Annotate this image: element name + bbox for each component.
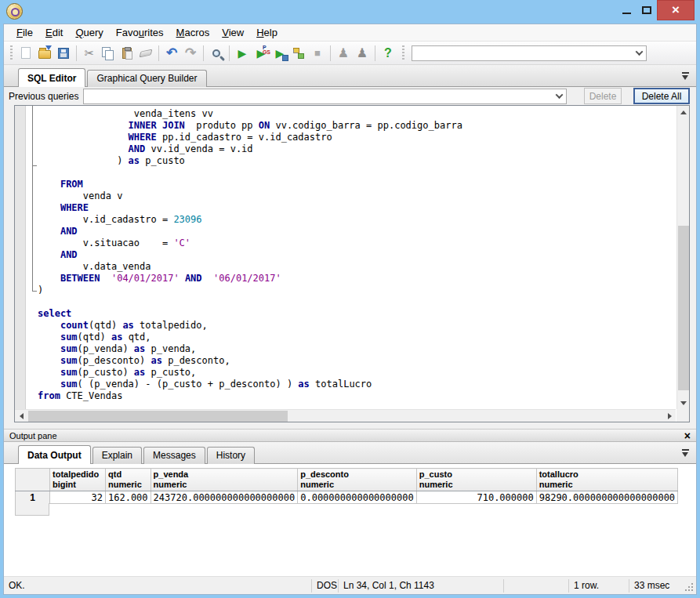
vscroll-thumb[interactable] — [678, 226, 689, 390]
clear-window-icon[interactable] — [136, 44, 155, 63]
cell-p_custo[interactable]: 710.000000 — [416, 491, 536, 504]
toolbar-separator — [229, 45, 230, 61]
code-line: sum(p_custo) as p_custo, — [38, 367, 462, 379]
delete-button[interactable]: Delete — [584, 88, 622, 104]
menu-file[interactable]: File — [10, 25, 39, 40]
scroll-right-button[interactable] — [663, 410, 676, 422]
fold-line — [32, 106, 33, 292]
status-segment-3 — [503, 579, 568, 593]
menu-help[interactable]: Help — [250, 25, 284, 40]
delete-all-button[interactable]: Delete All — [633, 88, 690, 104]
editor-vscrollbar[interactable] — [676, 106, 689, 409]
tab-list-icon[interactable] — [681, 72, 690, 81]
open-file-icon[interactable] — [35, 44, 54, 63]
redo-icon[interactable]: ↷ — [181, 44, 200, 63]
column-header-totallucro[interactable]: totallucronumeric — [536, 469, 677, 491]
toolbar-grip[interactable] — [8, 45, 14, 61]
column-header-p_venda[interactable]: p_vendanumeric — [151, 469, 298, 491]
status-bar: OK.DOSLn 34, Col 1, Ch 11431 row.33 msec — [4, 576, 696, 594]
cell-qtd[interactable]: 162.000 — [106, 491, 151, 504]
status-segment-1: DOS — [311, 579, 338, 593]
title-bar[interactable]: × — [0, 0, 700, 24]
chevron-down-icon — [636, 48, 644, 56]
cancel-query-icon[interactable]: ■ — [308, 44, 327, 63]
copy-icon[interactable] — [99, 44, 118, 63]
row-number[interactable]: 1 — [16, 491, 50, 504]
tab-messages[interactable]: Messages — [143, 447, 205, 464]
code-line: INNER JOIN produto pp ON vv.codigo_barra… — [38, 120, 462, 132]
editor-hscrollbar[interactable] — [15, 409, 676, 422]
sql-code[interactable]: venda_itens vv INNER JOIN produto pp ON … — [38, 108, 462, 402]
connection-combobox-arrow[interactable] — [633, 46, 646, 60]
scrollbar-corner — [676, 409, 689, 422]
tab-sql-editor[interactable]: SQL Editor — [18, 68, 85, 87]
paste-icon[interactable] — [118, 44, 136, 63]
code-line: AND — [38, 226, 462, 237]
menu-edit[interactable]: Edit — [39, 25, 69, 40]
result-grid[interactable]: totalpedidobigintqtdnumericp_vendanumeri… — [15, 468, 678, 504]
arrow-up-icon — [680, 111, 687, 114]
cell-totalpedido[interactable]: 32 — [50, 491, 106, 504]
arrow-down-icon — [680, 401, 687, 405]
cut-icon[interactable]: ✂ — [80, 44, 99, 63]
column-header-p_desconto[interactable]: p_descontonumeric — [298, 469, 417, 491]
code-line: sum(p_desconto) as p_desconto, — [38, 355, 462, 367]
code-line — [38, 296, 462, 308]
output-pane-title: Output pane — [9, 431, 684, 440]
arrow-right-icon — [668, 413, 672, 419]
tab-explain[interactable]: Explain — [92, 447, 142, 464]
code-line: venda_itens vv — [38, 108, 462, 120]
tab-list-icon[interactable] — [681, 449, 690, 458]
table-row: 132162.000243720.0000000000000000000.000… — [16, 491, 678, 504]
resize-grip[interactable] — [685, 583, 695, 593]
code-line: BETWEEN '04/01/2017' AND '06/01/2017' — [38, 273, 462, 285]
editor-margin[interactable] — [15, 106, 26, 409]
sql-editor[interactable]: venda_itens vv INNER JOIN produto pp ON … — [14, 105, 690, 422]
toolbar-grip[interactable] — [400, 45, 406, 61]
code-line: AND — [38, 249, 462, 261]
menu-macros[interactable]: Macros — [170, 25, 216, 40]
tab-graphical-query-builder[interactable]: Graphical Query Builder — [87, 70, 206, 87]
pawn-dark-icon[interactable]: ♟ — [353, 44, 372, 63]
scroll-left-button[interactable] — [15, 410, 27, 422]
explain-query-icon[interactable] — [289, 44, 308, 63]
chevron-down-icon — [556, 91, 564, 99]
column-header-qtd[interactable]: qtdnumeric — [106, 469, 151, 491]
output-pane-close-button[interactable]: × — [684, 430, 691, 441]
menu-query[interactable]: Query — [69, 25, 109, 40]
close-button[interactable]: × — [657, 0, 695, 20]
undo-icon[interactable]: ↶ — [162, 44, 181, 63]
data-output-panel: totalpedidobigintqtdnumericp_vendanumeri… — [4, 464, 696, 576]
column-header-totalpedido[interactable]: totalpedidobigint — [50, 469, 106, 491]
previous-queries-combobox-arrow[interactable] — [553, 89, 566, 103]
status-segment-0: OK. — [4, 579, 311, 593]
execute-to-file-icon[interactable]: ▶ — [270, 44, 289, 63]
hscroll-thumb[interactable] — [28, 411, 288, 422]
tab-history[interactable]: History — [207, 447, 255, 464]
app-icon — [6, 3, 23, 20]
rownum-header[interactable] — [16, 469, 50, 491]
execute-query-icon[interactable]: ▶ — [233, 44, 252, 63]
find-replace-icon[interactable] — [207, 44, 226, 63]
new-file-icon[interactable] — [16, 44, 35, 63]
minimize-button[interactable] — [616, 0, 637, 20]
maximize-button[interactable] — [637, 0, 657, 20]
cell-totallucro[interactable]: 98290.000000000000000000 — [536, 491, 677, 504]
help-icon[interactable]: ? — [379, 44, 397, 63]
execute-pgscript-icon[interactable]: ▶PGS — [252, 44, 270, 63]
code-line: count(qtd) as totalpedido, — [38, 320, 462, 332]
previous-queries-combobox[interactable] — [83, 89, 567, 104]
column-header-p_custo[interactable]: p_custonumeric — [416, 469, 536, 491]
scroll-down-button[interactable] — [677, 397, 690, 409]
save-file-icon[interactable] — [54, 44, 73, 63]
menu-view[interactable]: View — [216, 25, 250, 40]
tab-data-output[interactable]: Data Output — [18, 445, 91, 464]
menu-favourites[interactable]: Favourites — [110, 25, 170, 40]
sql-tab-strip: SQL EditorGraphical Query Builder — [4, 65, 696, 87]
cell-p_venda[interactable]: 243720.000000000000000000 — [151, 491, 298, 504]
pawn-light-icon[interactable]: ♟ — [334, 44, 353, 63]
connection-combobox[interactable] — [412, 45, 647, 61]
splitter[interactable] — [4, 422, 696, 429]
cell-p_desconto[interactable]: 0.000000000000000000 — [298, 491, 417, 504]
scroll-up-button[interactable] — [677, 106, 690, 118]
